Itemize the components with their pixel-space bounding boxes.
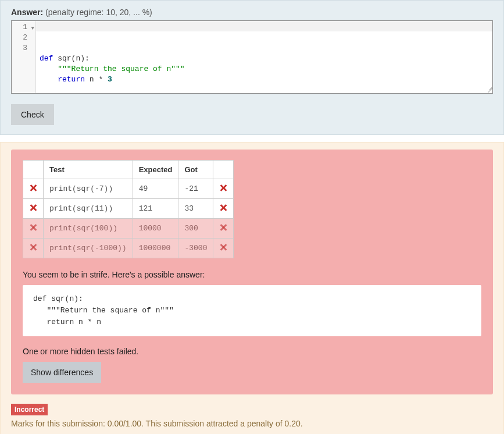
table-row: print(sqr(-7)) 49 -21 [23,179,234,199]
editor-body[interactable]: def sqr(n): """Return the square of n"""… [36,21,492,93]
status-cell [23,199,44,219]
gutter-line-3: 3 [12,43,35,54]
cross-icon [29,223,37,232]
strife-message: You seem to be in strife. Here's a possi… [23,270,481,279]
code-editor[interactable]: 1▼ 2 3 def sqr(n): """Return the square … [11,20,493,94]
expected-cell: 10000 [133,219,178,239]
cross-icon [29,204,37,212]
code-expr-a: n [85,75,98,84]
active-line-highlight [36,21,492,31]
status-cell [213,219,234,239]
suggested-answer-code: def sqr(n): """Return the square of n"""… [23,285,481,336]
expected-cell: 121 [133,199,178,219]
result-box: Test Expected Got print(sqr(-7)) 49 -21 … [11,150,493,394]
test-cell: print(sqr(-7)) [44,179,133,199]
code-expr-b [103,75,108,84]
hidden-tests-failed-text: One or more hidden tests failed. [23,347,481,356]
gutter-line-2: 2 [12,33,35,43]
show-differences-button[interactable]: Show differences [23,362,101,383]
code-docstring: """Return the square of n""" [58,65,184,73]
test-cell: print(sqr(100)) [44,219,133,239]
editor-gutter: 1▼ 2 3 [12,21,36,93]
test-cell: print(sqr(-1000)) [44,239,133,258]
got-cell: 300 [178,219,213,239]
code-kw-return: return [58,75,85,84]
got-cell: 33 [178,199,213,219]
status-cell [213,199,234,219]
status-cell [23,239,44,258]
cross-icon [219,243,227,251]
code-fn-decl: sqr(n): [53,54,89,63]
feedback-section: Test Expected Got print(sqr(-7)) 49 -21 … [0,142,504,434]
results-header-row: Test Expected Got [23,161,234,179]
expected-cell: 49 [133,179,178,199]
cross-icon [219,184,227,192]
answer-header: Answer: (penalty regime: 10, 20, ... %) [11,8,493,17]
answer-section: Answer: (penalty regime: 10, 20, ... %) … [0,0,504,135]
cross-icon [29,184,37,192]
code-num: 3 [108,75,112,84]
col-status-right [213,161,234,179]
cross-icon [219,223,227,232]
col-test: Test [44,161,133,179]
col-status-left [23,161,44,179]
status-cell [213,179,234,199]
resize-handle-icon[interactable] [485,86,492,93]
penalty-regime-text: (penalty regime: 10, 20, ... %) [45,8,152,17]
col-expected: Expected [133,161,178,179]
cross-icon [29,243,37,251]
test-cell: print(sqr(11)) [44,199,133,219]
answer-label: Answer: [11,8,43,17]
expected-cell: 1000000 [133,239,178,258]
status-cell [23,179,44,199]
col-got: Got [178,161,213,179]
marks-text: Marks for this submission: 0.00/1.00. Th… [11,419,493,428]
code-lines: def sqr(n): """Return the square of n"""… [40,54,490,85]
table-row: print(sqr(-1000)) 1000000 -3000 [23,239,234,258]
table-row: print(sqr(100)) 10000 300 [23,219,234,239]
code-kw-def: def [40,54,53,63]
table-row: print(sqr(11)) 121 33 [23,199,234,219]
status-cell [23,219,44,239]
gutter-line-1: 1▼ [12,22,35,33]
got-cell: -3000 [178,239,213,258]
results-table: Test Expected Got print(sqr(-7)) 49 -21 … [23,160,234,258]
incorrect-badge: Incorrect [11,404,48,415]
cross-icon [219,204,227,212]
got-cell: -21 [178,179,213,199]
status-cell [213,239,234,258]
